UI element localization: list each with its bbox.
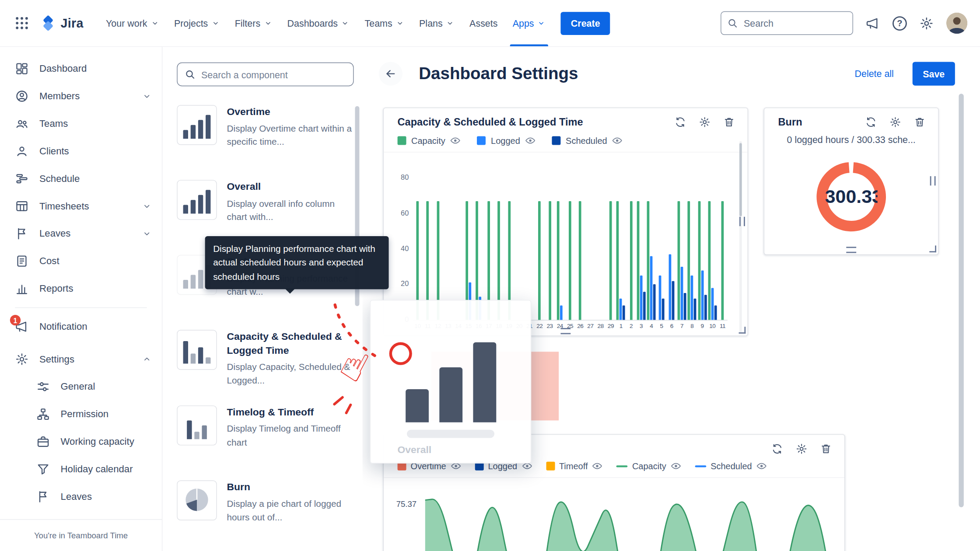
ghost-bar-chart: [406, 342, 496, 422]
sidebar-item-leaves[interactable]: Leaves: [0, 483, 162, 510]
sidebar-item-reports[interactable]: Reports: [0, 275, 162, 303]
nav-item-your-work[interactable]: Your work: [98, 0, 167, 46]
back-arrow-icon: [385, 67, 397, 80]
sidebar-item-working-capacity[interactable]: Working capacity: [0, 428, 162, 456]
delete-all-button[interactable]: Delete all: [855, 68, 894, 79]
component-text: OverallDisplay overall info column chart…: [227, 180, 354, 237]
sidebar-item-notification[interactable]: 1Notification: [0, 313, 162, 341]
gear-icon[interactable]: [699, 116, 710, 128]
component-card-overtime[interactable]: OvertimeDisplay Overtime chart within a …: [177, 105, 354, 162]
dragged-card-overall[interactable]: Overall: [370, 300, 532, 464]
sidebar-item-holiday-calendar[interactable]: Holiday calendar: [0, 455, 162, 483]
sidebar-item-dashboard[interactable]: Dashboard: [0, 55, 162, 83]
component-card-timelog-timeoff[interactable]: Timelog & TimeoffDisplay Timelog and Tim…: [177, 405, 354, 463]
nav-item-apps[interactable]: Apps: [505, 0, 553, 46]
bar-slot: [575, 178, 585, 320]
refresh-icon[interactable]: [674, 116, 686, 128]
gear-icon[interactable]: [796, 443, 808, 455]
app-switcher-icon[interactable]: [14, 15, 30, 31]
gear-icon[interactable]: [889, 116, 901, 128]
widget-scroll-thumb[interactable]: [739, 143, 742, 216]
component-card-burn[interactable]: BurnDisplay a pie chart of logged hours …: [177, 480, 354, 537]
announcement-icon[interactable]: [866, 16, 880, 30]
resize-handle-bottom[interactable]: [846, 247, 856, 253]
trash-icon[interactable]: [914, 116, 926, 128]
bar-capacity: [630, 201, 633, 320]
resize-handle-corner[interactable]: [929, 245, 936, 252]
component-description: Display a pie chart of logged hours out …: [227, 498, 354, 525]
nav-item-plans[interactable]: Plans: [412, 0, 462, 46]
chevron-down-icon: [446, 19, 455, 28]
bar-scheduled: [662, 299, 665, 320]
bar-logged: [650, 256, 653, 320]
dashboard-icon: [15, 62, 28, 75]
nav-item-dashboards[interactable]: Dashboards: [280, 0, 357, 46]
sidebar-item-teams[interactable]: Teams: [0, 110, 162, 137]
nav-item-label: Projects: [174, 18, 208, 28]
sidebar-item-label: Permission: [61, 408, 152, 420]
nav-item-assets[interactable]: Assets: [462, 0, 505, 46]
legend-swatch: [546, 462, 555, 471]
bar-slot: [473, 178, 483, 320]
sidebar-item-label: Leaves: [39, 228, 131, 239]
bar-capacity: [698, 201, 700, 320]
jira-logo[interactable]: Jira: [40, 15, 83, 31]
bar-slot: [484, 178, 494, 320]
sidebar-item-clients[interactable]: Clients: [0, 137, 162, 165]
jira-logo-icon: [40, 15, 56, 31]
legend-swatch: [695, 465, 706, 467]
search-input[interactable]: [721, 11, 853, 35]
bar-slot: [443, 178, 453, 320]
bar-capacity: [678, 201, 680, 320]
resize-handle-corner[interactable]: [739, 327, 746, 334]
sidebar-list: DashboardMembersTeamsClientsScheduleTime…: [0, 47, 162, 510]
save-button[interactable]: Save: [913, 62, 955, 85]
sidebar-footer: You're in Teamboard Time: [0, 519, 162, 551]
avatar[interactable]: [946, 13, 968, 34]
refresh-icon[interactable]: [771, 443, 783, 455]
nav-item-filters[interactable]: Filters: [228, 0, 280, 46]
component-thumbnail: [177, 180, 217, 220]
help-icon[interactable]: ?: [892, 16, 907, 30]
legend-item-capacity: Capacity: [398, 136, 461, 146]
sidebar-item-general[interactable]: General: [0, 373, 162, 401]
sidebar-item-leaves[interactable]: Leaves: [0, 220, 162, 248]
nav-item-label: Teams: [365, 18, 392, 28]
sidebar-item-timesheets[interactable]: Timesheets: [0, 192, 162, 220]
eye-icon[interactable]: [592, 462, 602, 470]
component-description: Display Capacity, Scheduled & Logged...: [227, 361, 354, 388]
trash-icon[interactable]: [723, 116, 735, 128]
sidebar-divider: [15, 307, 147, 308]
eye-icon[interactable]: [525, 137, 536, 144]
eye-icon[interactable]: [612, 137, 623, 144]
resize-handle-right[interactable]: [930, 176, 936, 185]
eye-icon[interactable]: [756, 462, 767, 470]
bar-slot: [718, 178, 728, 320]
component-search-input[interactable]: [177, 63, 354, 86]
capacity-area-chart: [425, 490, 836, 551]
component-card-capacity-scheduled-logged-time[interactable]: Capacity & Scheduled & Logged TimeDispla…: [177, 330, 354, 387]
component-text: Capacity & Scheduled & Logged TimeDispla…: [227, 330, 354, 387]
back-button[interactable]: [379, 62, 402, 85]
nav-item-projects[interactable]: Projects: [167, 0, 228, 46]
component-card-overall[interactable]: OverallDisplay overall info column chart…: [177, 180, 354, 237]
chevron-up-icon: [142, 354, 152, 364]
sidebar-item-permission[interactable]: Permission: [0, 401, 162, 428]
bar-capacity: [708, 201, 710, 320]
sidebar-item-settings[interactable]: Settings: [0, 345, 162, 373]
resize-handle-bottom[interactable]: [560, 328, 570, 334]
resize-handle-right[interactable]: [739, 217, 745, 226]
eye-icon[interactable]: [671, 462, 681, 470]
refresh-icon[interactable]: [865, 116, 877, 128]
create-button[interactable]: Create: [561, 11, 610, 35]
sidebar-item-label: Members: [39, 91, 131, 102]
gear-icon[interactable]: [919, 16, 934, 30]
eye-icon[interactable]: [450, 137, 461, 144]
sidebar-item-members[interactable]: Members: [0, 83, 162, 110]
trash-icon[interactable]: [820, 443, 832, 455]
main-scrollbar[interactable]: [959, 94, 963, 507]
sidebar-item-schedule[interactable]: Schedule: [0, 165, 162, 192]
nav-item-teams[interactable]: Teams: [357, 0, 412, 46]
sidebar-item-cost[interactable]: Cost: [0, 248, 162, 275]
person-icon: [15, 144, 28, 158]
